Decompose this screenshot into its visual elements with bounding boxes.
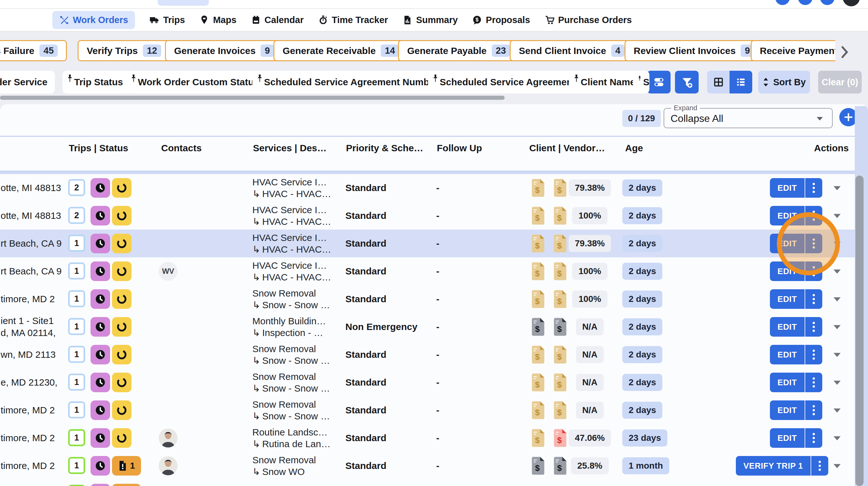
trip-progress-chip[interactable] [112, 261, 131, 281]
bulk-action-pill[interactable]: Generate Invoices9 [165, 40, 283, 61]
trips-count[interactable]: 1 [68, 290, 85, 307]
filter-chip[interactable]: Scheduled Service Agreement [428, 71, 583, 93]
client-invoice-icon[interactable]: $ [530, 345, 546, 366]
contact-avatar[interactable] [159, 456, 178, 475]
work-order-row[interactable]: rt Beach, CA 91WVHVAC Service I…↳HVAC - … [0, 257, 855, 285]
row-action-button[interactable]: EDIT [770, 317, 822, 337]
trip-progress-chip[interactable] [112, 178, 131, 198]
contact-avatar[interactable] [159, 429, 178, 448]
trips-count[interactable]: 1 [68, 485, 85, 486]
edit-button[interactable]: EDIT [770, 373, 805, 392]
tab-summary[interactable]: Summary [402, 15, 458, 25]
trip-progress-chip[interactable] [112, 400, 131, 420]
trip-scheduled-chip[interactable] [91, 317, 110, 337]
bulk-action-pill[interactable]: Generate Payable23 [398, 40, 519, 61]
client-invoice-icon[interactable]: $ [530, 428, 546, 449]
edit-button[interactable]: EDIT [770, 400, 805, 420]
verify-trip-button[interactable]: VERIFY TRIP 1 [736, 456, 811, 476]
row-action-button[interactable]: VERIFY TRIP 1 [736, 456, 828, 476]
trip-scheduled-chip[interactable] [91, 261, 110, 281]
trips-count[interactable]: 1 [68, 401, 85, 419]
trip-scheduled-chip[interactable] [91, 484, 110, 486]
trip-progress-chip[interactable] [112, 428, 131, 448]
trip-scheduled-chip[interactable] [91, 178, 110, 198]
row-expand-caret[interactable] [833, 325, 841, 331]
topbar-circle-button-3[interactable] [820, 0, 835, 5]
row-expand-caret[interactable] [833, 213, 841, 220]
row-action-button[interactable]: EDIT [770, 373, 822, 392]
work-order-row[interactable]: otte, MI 488132HVAC Service I…↳HVAC - HV… [0, 202, 855, 230]
trip-scheduled-chip[interactable] [91, 234, 110, 253]
trips-count[interactable]: 1 [68, 262, 85, 280]
row-action-button[interactable]: EDIT [770, 345, 822, 365]
row-menu-button[interactable] [805, 317, 822, 337]
trips-count[interactable]: 1 [68, 235, 85, 252]
work-order-row[interactable]: wn, MD 21131Snow Removal↳Snow - Snow …St… [0, 341, 855, 369]
trips-count[interactable]: 1 [68, 374, 85, 391]
edit-button[interactable]: EDIT [770, 206, 805, 226]
work-order-row[interactable]: timore, MD 21Snow Removal↳Snow - Snow …S… [0, 285, 855, 313]
work-order-row[interactable]: timore, MD 21Routine Landsc…↳Rutina de L… [0, 424, 855, 452]
tab-purchase-orders[interactable]: Purchase Orders [545, 15, 632, 25]
row-menu-button[interactable] [805, 289, 822, 309]
trips-count[interactable]: 1 [68, 346, 85, 363]
bulk-action-pill[interactable]: Verify Trips12 [78, 40, 170, 61]
trips-count[interactable]: 2 [68, 179, 85, 196]
trip-alert-chip[interactable] [112, 484, 141, 486]
filter-chip[interactable]: rder Service [0, 71, 55, 93]
work-order-row[interactable]: rt Beach, CA 91HVAC Service I…↳HVAC - HV… [0, 230, 855, 257]
edit-button[interactable]: EDIT [770, 289, 805, 309]
row-expand-caret[interactable] [833, 186, 841, 192]
tab-calendar[interactable]: Calendar [251, 15, 304, 25]
row-action-button[interactable]: EDIT [770, 206, 822, 226]
row-action-button[interactable]: EDIT [770, 400, 822, 420]
user-avatar[interactable] [843, 0, 860, 6]
bulk-action-pill[interactable]: Generate Receivable14 [274, 40, 408, 61]
client-invoice-icon[interactable]: $ [530, 178, 546, 199]
trips-count[interactable]: 2 [68, 207, 85, 224]
row-menu-button[interactable] [805, 373, 822, 392]
pills-scroll-right-button[interactable] [838, 45, 851, 59]
sort-by-button[interactable]: Sort By [758, 71, 810, 93]
trips-count[interactable]: 1 [68, 429, 85, 446]
client-invoice-icon[interactable]: $ [530, 400, 546, 421]
bulk-action-pill[interactable]: Send Client Invoice4 [510, 40, 634, 61]
edit-button[interactable]: EDIT [770, 261, 805, 281]
trip-scheduled-chip[interactable] [91, 289, 110, 309]
client-invoice-icon[interactable]: $ [530, 373, 546, 394]
row-action-button[interactable]: EDIT [770, 428, 822, 448]
contact-avatar[interactable]: WV [159, 262, 178, 281]
row-menu-button[interactable] [805, 400, 822, 420]
row-expand-caret[interactable] [833, 408, 841, 414]
grid-view-button[interactable] [707, 71, 730, 93]
row-expand-caret[interactable] [833, 464, 841, 470]
trip-scheduled-chip[interactable] [91, 400, 110, 420]
tab-maps[interactable]: Maps [199, 15, 236, 25]
vertical-scrollbar[interactable] [856, 176, 864, 486]
add-filter-button[interactable] [675, 71, 699, 93]
work-order-row[interactable]: timore, MD 21Snow Removal↳Snow - Snow …S… [0, 396, 855, 424]
tab-trips[interactable]: Trips [150, 15, 185, 25]
topbar-circle-button-1[interactable] [775, 0, 790, 5]
row-action-button[interactable]: EDIT [770, 289, 822, 309]
trips-count[interactable]: 1 [68, 457, 85, 474]
trip-scheduled-chip[interactable] [91, 345, 110, 365]
edit-button[interactable]: EDIT [770, 345, 805, 365]
filter-chip[interactable]: Trip Status [62, 71, 131, 93]
trips-count[interactable]: 1 [68, 318, 85, 335]
row-action-button[interactable]: EDIT [770, 234, 822, 253]
work-order-row[interactable]: e, MD 21230,1Snow Removal↳Snow - Snow …S… [0, 369, 855, 396]
topbar-circle-button-2[interactable] [798, 0, 812, 5]
view-toggle-button[interactable] [647, 71, 671, 93]
row-action-button[interactable]: EDIT [770, 261, 822, 281]
trip-scheduled-chip[interactable] [91, 206, 110, 226]
row-menu-button[interactable] [805, 206, 822, 226]
tab-time-tracker[interactable]: Time Tracker [318, 15, 388, 25]
trip-alert-chip[interactable]: 1 [112, 456, 141, 476]
list-view-button[interactable] [730, 71, 752, 93]
row-expand-caret[interactable] [833, 269, 841, 275]
row-action-button[interactable]: EDIT [770, 178, 822, 198]
expand-dropdown[interactable]: Expand Collapse All [663, 108, 833, 128]
trip-progress-chip[interactable] [112, 206, 131, 226]
trip-scheduled-chip[interactable] [91, 428, 110, 448]
